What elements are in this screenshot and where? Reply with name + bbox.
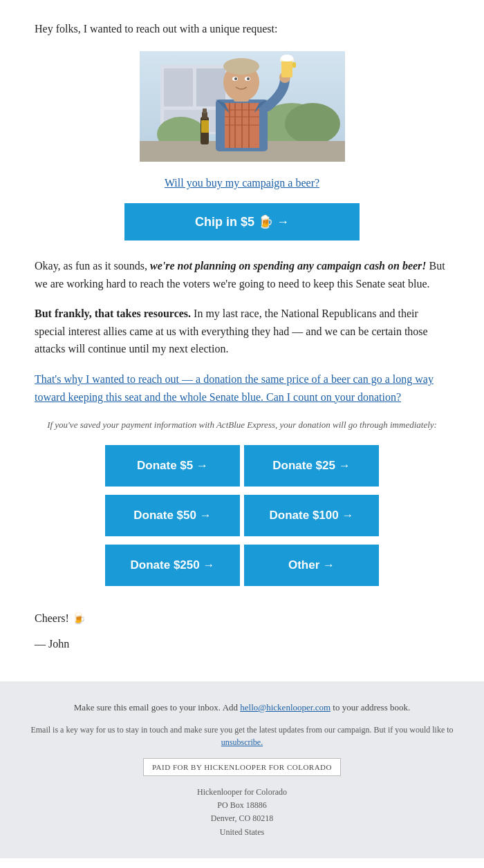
footer-unsubscribe-link[interactable]: unsubscribe.: [221, 737, 263, 747]
actblue-note: If you've saved your payment information…: [35, 419, 449, 431]
donate-250-button[interactable]: Donate $250 →: [105, 545, 240, 586]
main-content: Hey folks, I wanted to reach out with a …: [0, 0, 484, 681]
p2-bold-text: But frankly, that takes resources.: [35, 308, 191, 319]
svg-rect-33: [201, 120, 209, 133]
donate-50-button[interactable]: Donate $50 →: [105, 495, 240, 536]
svg-point-23: [234, 77, 237, 80]
beer-link[interactable]: Will you buy my campaign a beer?: [165, 177, 319, 189]
footer-org-name: Hickenlooper for Colorado: [28, 786, 456, 799]
link-paragraph[interactable]: That's why I wanted to reach out — a don…: [35, 370, 449, 406]
footer-inbox-note: Make sure this email goes to your inbox.…: [28, 701, 456, 715]
chip-in-button[interactable]: Chip in $5 🍺 →: [124, 203, 360, 240]
footer-inbox-text-after: to your address book.: [331, 702, 410, 713]
footer-city-state-zip: Denver, CO 80218: [28, 812, 456, 825]
svg-rect-28: [292, 62, 296, 68]
signature-text: — John: [35, 634, 449, 653]
image-container: [35, 51, 449, 164]
footer: Make sure this email goes to your inbox.…: [0, 681, 484, 858]
campaign-image-svg: [140, 51, 345, 162]
p1-italic-text: we're not planning on spending any campa…: [150, 260, 427, 272]
footer-inbox-text-before: Make sure this email goes to your inbox.…: [74, 702, 240, 713]
donate-row-1: Donate $5 → Donate $25 →: [103, 443, 381, 489]
donate-25-button[interactable]: Donate $25 →: [244, 445, 379, 487]
svg-rect-2: [164, 68, 193, 106]
beer-link-container[interactable]: Will you buy my campaign a beer?: [35, 177, 449, 189]
p1-normal-text: Okay, as fun as it sounds,: [35, 260, 150, 272]
body-paragraph-1: Okay, as fun as it sounds, we're not pla…: [35, 257, 449, 292]
donate-100-button[interactable]: Donate $100 →: [244, 495, 379, 536]
svg-point-20: [223, 58, 259, 75]
donate-5-button[interactable]: Donate $5 →: [105, 445, 240, 487]
svg-point-24: [247, 77, 250, 80]
donate-row-3: Donate $250 → Other →: [103, 542, 381, 588]
donate-grid: Donate $5 → Donate $25 → Donate $50 → Do…: [35, 443, 449, 592]
footer-po-box: PO Box 18886: [28, 799, 456, 812]
campaign-photo: [140, 51, 345, 162]
donation-link[interactable]: That's why I wanted to reach out — a don…: [35, 373, 434, 403]
intro-text: Hey folks, I wanted to reach out with a …: [35, 21, 449, 37]
svg-point-6: [285, 103, 340, 144]
cheers-text: Cheers! 🍺: [35, 609, 449, 628]
footer-stay-in-touch: Email is a key way for us to stay in tou…: [28, 724, 456, 748]
donate-other-button[interactable]: Other →: [244, 545, 379, 586]
cta-button-container[interactable]: Chip in $5 🍺 →: [35, 203, 449, 240]
body-paragraph-2: But frankly, that takes resources. In my…: [35, 305, 449, 358]
footer-paid-for-container: PAID FOR BY HICKENLOOPER FOR COLORADO: [28, 758, 456, 786]
svg-rect-32: [203, 108, 207, 113]
svg-point-29: [281, 55, 293, 62]
footer-paid-for-text: PAID FOR BY HICKENLOOPER FOR COLORADO: [143, 758, 341, 776]
donate-row-2: Donate $50 → Donate $100 →: [103, 493, 381, 538]
footer-country: United States: [28, 826, 456, 839]
footer-stay-text: Email is a key way for us to stay in tou…: [30, 725, 453, 735]
footer-email-link[interactable]: hello@hickenlooper.com: [240, 702, 331, 713]
